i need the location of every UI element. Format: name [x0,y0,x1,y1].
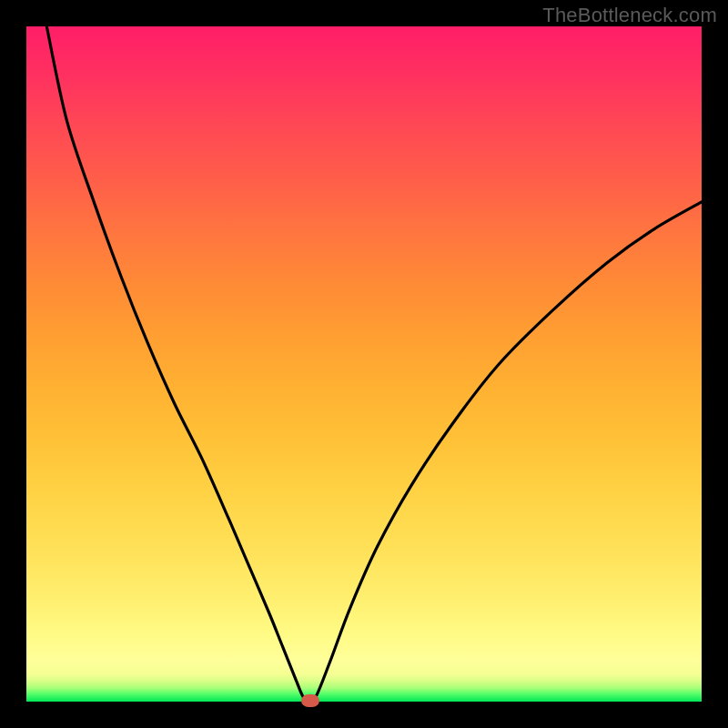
attribution-text: TheBottleneck.com [542,4,717,27]
chart-frame: TheBottleneck.com [0,0,728,728]
minimum-marker [301,694,319,707]
bottleneck-curve [26,26,702,702]
plot-area [26,26,702,702]
curve-path [46,26,702,702]
